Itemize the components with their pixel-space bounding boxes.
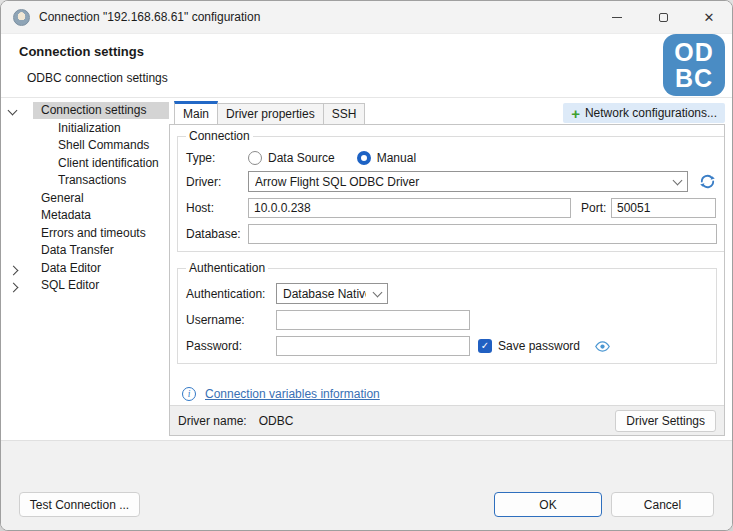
- chevron-right-icon[interactable]: [9, 265, 19, 275]
- driver-label: Driver:: [186, 175, 248, 189]
- manual-radio-label[interactable]: Manual: [377, 151, 416, 165]
- odbc-logo-line2: BC: [675, 65, 713, 91]
- info-icon: i: [182, 387, 196, 401]
- port-input[interactable]: [611, 198, 716, 218]
- ok-button[interactable]: OK: [494, 492, 602, 517]
- sidebar-item-data-transfer[interactable]: Data Transfer: [1, 242, 169, 260]
- driver-name-bar: Driver name: ODBC Driver Settings: [170, 405, 724, 435]
- authentication-label: Authentication:: [186, 287, 276, 301]
- authentication-group-legend: Authentication: [186, 261, 268, 275]
- driver-name-value: ODBC: [259, 414, 616, 428]
- dialog-footer: Test Connection ... OK Cancel: [1, 440, 732, 530]
- minimize-button[interactable]: [594, 1, 640, 33]
- host-label: Host:: [186, 201, 248, 215]
- password-label: Password:: [186, 339, 276, 353]
- host-input[interactable]: [248, 198, 571, 218]
- maximize-icon: [659, 13, 668, 22]
- main-panel: Main Driver properties SSH + Network con…: [169, 99, 732, 440]
- sidebar-item-connection-settings[interactable]: Connection settings: [1, 102, 169, 120]
- plus-icon: +: [571, 106, 580, 121]
- password-row: Password: ✓ Save password: [186, 336, 708, 356]
- username-input[interactable]: [276, 310, 470, 330]
- settings-tree: Connection settings Initialization Shell…: [1, 99, 169, 440]
- authentication-group: Authentication Authentication: Database …: [177, 261, 717, 364]
- close-icon: ✕: [704, 11, 715, 24]
- tab-main[interactable]: Main: [174, 101, 218, 124]
- driver-select[interactable]: Arrow Flight SQL ODBC Driver: [248, 171, 688, 192]
- connection-configuration-dialog: Connection "192.168.68.61" configuration…: [0, 0, 733, 531]
- driver-name-label: Driver name:: [178, 414, 247, 428]
- database-row: Database:: [186, 224, 717, 244]
- main-tab-content: Connection Type: Data Source Manual Driv…: [169, 124, 725, 436]
- sidebar-item-metadata[interactable]: Metadata: [1, 207, 169, 225]
- sidebar-item-shell-commands[interactable]: Shell Commands: [1, 137, 169, 155]
- chevron-down-icon: [673, 175, 683, 185]
- driver-settings-button[interactable]: Driver Settings: [615, 410, 716, 432]
- manual-radio[interactable]: [357, 151, 371, 165]
- close-button[interactable]: ✕: [686, 1, 732, 33]
- data-source-radio[interactable]: [248, 151, 262, 165]
- username-row: Username:: [186, 310, 708, 330]
- cancel-button[interactable]: Cancel: [611, 492, 714, 517]
- connection-variables-row: i Connection variables information: [182, 387, 724, 401]
- test-connection-button[interactable]: Test Connection ...: [19, 492, 140, 517]
- password-input[interactable]: [276, 336, 470, 356]
- database-input[interactable]: [248, 224, 717, 244]
- check-icon: ✓: [481, 341, 489, 351]
- network-configurations-button[interactable]: + Network configurations...: [563, 103, 725, 123]
- database-label: Database:: [186, 227, 248, 241]
- title-bar: Connection "192.168.68.61" configuration…: [1, 1, 732, 34]
- data-source-radio-label[interactable]: Data Source: [268, 151, 335, 165]
- page-title: Connection settings: [19, 44, 144, 59]
- sidebar-item-general[interactable]: General: [1, 190, 169, 208]
- connection-group-legend: Connection: [186, 129, 253, 143]
- type-row: Type: Data Source Manual: [186, 151, 717, 165]
- show-password-eye-icon[interactable]: [594, 338, 611, 355]
- reload-drivers-icon[interactable]: [698, 172, 717, 191]
- connection-variables-link[interactable]: Connection variables information: [205, 387, 380, 401]
- maximize-button[interactable]: [640, 1, 686, 33]
- window-title: Connection "192.168.68.61" configuration: [39, 10, 594, 24]
- dialog-body: Connection settings Initialization Shell…: [1, 99, 732, 440]
- sidebar-item-client-identification[interactable]: Client identification: [1, 155, 169, 173]
- type-label: Type:: [186, 151, 248, 165]
- dialog-header: Connection settings ODBC connection sett…: [1, 34, 732, 98]
- username-label: Username:: [186, 313, 276, 327]
- odbc-logo: OD BC: [663, 34, 725, 96]
- chevron-right-icon[interactable]: [9, 282, 19, 292]
- port-label: Port:: [581, 201, 611, 215]
- sidebar-item-initialization[interactable]: Initialization: [1, 120, 169, 138]
- sidebar-item-data-editor[interactable]: Data Editor: [1, 260, 169, 278]
- sidebar-item-errors-and-timeouts[interactable]: Errors and timeouts: [1, 225, 169, 243]
- chevron-down-icon: [373, 287, 383, 297]
- odbc-logo-line1: OD: [674, 39, 714, 65]
- authentication-row: Authentication: Database Native: [186, 283, 708, 304]
- page-subtitle: ODBC connection settings: [27, 71, 168, 85]
- chevron-down-icon[interactable]: [9, 107, 19, 117]
- connection-group: Connection Type: Data Source Manual Driv…: [177, 129, 725, 252]
- save-password-checkbox[interactable]: ✓: [478, 339, 492, 353]
- host-row: Host: Port:: [186, 198, 717, 218]
- authentication-select[interactable]: Database Native: [276, 283, 388, 304]
- driver-row: Driver: Arrow Flight SQL ODBC Driver: [186, 171, 717, 192]
- save-password-label[interactable]: Save password: [498, 339, 580, 353]
- app-icon: [13, 9, 30, 26]
- sidebar-item-sql-editor[interactable]: SQL Editor: [1, 277, 169, 295]
- tab-ssh[interactable]: SSH: [324, 103, 366, 124]
- tab-bar: Main Driver properties SSH + Network con…: [174, 101, 725, 124]
- sidebar-item-transactions[interactable]: Transactions: [1, 172, 169, 190]
- tab-driver-properties[interactable]: Driver properties: [218, 103, 324, 124]
- minimize-icon: [612, 17, 622, 18]
